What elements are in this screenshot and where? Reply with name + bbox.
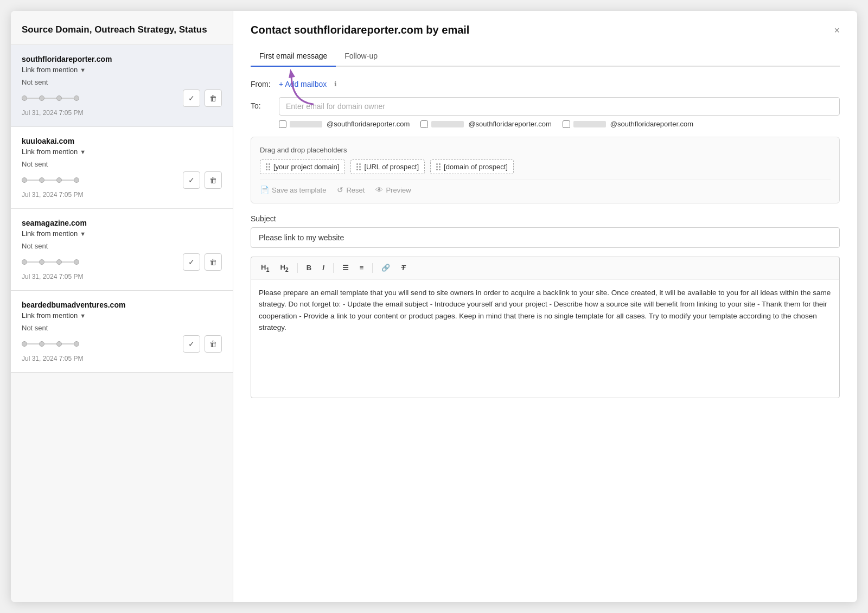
editor-clear-button[interactable]: T — [397, 262, 410, 273]
domain-name-3: beardedbumadventures.com — [22, 301, 222, 309]
email-checkbox-input-2[interactable] — [420, 120, 428, 128]
chevron-icon-1: ▼ — [80, 149, 86, 155]
preview-button[interactable]: 👁 Preview — [375, 186, 411, 194]
editor-h1-button[interactable]: H1 — [257, 261, 273, 274]
dot-3-3 — [56, 341, 62, 347]
left-panel-header: Source Domain, Outreach Strategy, Status — [11, 11, 233, 45]
left-panel-title: Source Domain, Outreach Strategy, Status — [22, 24, 222, 36]
from-label: From: — [251, 80, 272, 88]
line-1-1 — [27, 180, 39, 181]
line-2-0 — [44, 98, 56, 99]
line-1-3 — [27, 343, 39, 344]
placeholder-domain-prospect[interactable]: [domain of prospect] — [430, 159, 514, 174]
close-button[interactable]: × — [834, 25, 840, 35]
email-checkbox-input-1[interactable] — [279, 120, 286, 128]
dot-1-1 — [22, 177, 27, 183]
placeholder-project-domain[interactable]: [your project domain] — [260, 159, 345, 174]
progress-dots-1 — [22, 177, 79, 183]
date-label-0: Jul 31, 2024 7:05 PM — [22, 109, 222, 117]
editor-bold-button[interactable]: B — [302, 262, 316, 273]
email-input[interactable] — [279, 97, 840, 116]
check-button-0[interactable]: ✓ — [183, 90, 200, 107]
line-2-3 — [44, 343, 56, 344]
date-label-1: Jul 31, 2024 7:05 PM — [22, 191, 222, 199]
tab-bar: First email message Follow-up — [251, 47, 840, 67]
placeholder-url-prospect[interactable]: [URL of prospect] — [350, 159, 425, 174]
dot-2-3 — [39, 341, 44, 347]
delete-button-3[interactable]: 🗑 — [205, 335, 222, 353]
from-row: From: + Add mailbox ℹ — [251, 80, 840, 88]
line-3-3 — [62, 343, 74, 344]
email-domain-1: @southfloridareporter.com — [327, 120, 410, 128]
check-button-2[interactable]: ✓ — [183, 253, 200, 271]
editor-italic-button[interactable]: I — [318, 262, 329, 273]
drag-handle-3 — [436, 163, 441, 170]
placeholder-tags: [your project domain] [URL of prospect] … — [260, 159, 831, 174]
check-button-3[interactable]: ✓ — [183, 335, 200, 353]
link-type-0[interactable]: Link from mention ▼ — [22, 66, 222, 74]
domain-item-2: seamagazine.com Link from mention ▼ Not … — [11, 209, 233, 291]
domain-name-2: seamagazine.com — [22, 219, 222, 227]
info-icon: ℹ — [334, 80, 337, 88]
reset-button[interactable]: ↺ Reset — [337, 186, 365, 194]
placeholder-toolbar: 📄 Save as template ↺ Reset 👁 Preview — [260, 180, 831, 194]
line-1-2 — [27, 261, 39, 263]
dot-3-2 — [56, 259, 62, 265]
drag-handle-2 — [356, 163, 361, 170]
editor-ol-button[interactable]: ≡ — [355, 262, 368, 273]
email-domain-2: @southfloridareporter.com — [468, 120, 551, 128]
editor-link-button[interactable]: 🔗 — [377, 262, 394, 273]
dot-2-0 — [39, 95, 44, 101]
tab-follow-up[interactable]: Follow-up — [336, 47, 386, 67]
link-type-3[interactable]: Link from mention ▼ — [22, 311, 222, 320]
progress-dots-0 — [22, 95, 79, 101]
email-checkboxes: @southfloridareporter.com @southfloridar… — [279, 120, 840, 128]
dialog-header: Contact southfloridareporter.com by emai… — [251, 24, 840, 36]
editor-h2-button[interactable]: H2 — [276, 261, 292, 274]
domain-item-0: southfloridareporter.com Link from menti… — [11, 45, 233, 127]
chevron-icon-2: ▼ — [80, 231, 86, 237]
action-buttons-3: ✓ 🗑 — [183, 335, 222, 353]
dot-2-2 — [39, 259, 44, 265]
check-button-1[interactable]: ✓ — [183, 171, 200, 189]
purple-arrow-icon — [280, 69, 324, 107]
subject-input[interactable] — [251, 227, 840, 248]
email-domain-3: @southfloridareporter.com — [610, 120, 693, 128]
editor-divider-1 — [297, 263, 298, 273]
right-panel: Contact southfloridareporter.com by emai… — [233, 11, 857, 602]
action-buttons-0: ✓ 🗑 — [183, 90, 222, 107]
delete-button-0[interactable]: 🗑 — [205, 90, 222, 107]
editor-body[interactable]: Please prepare an email template that yo… — [251, 279, 840, 398]
email-checkbox-2[interactable]: @southfloridareporter.com — [420, 120, 551, 128]
to-inputs: @southfloridareporter.com @southfloridar… — [279, 97, 840, 128]
domain-name-1: kuuloakai.com — [22, 137, 222, 145]
editor-ul-button[interactable]: ☰ — [338, 262, 353, 273]
subject-label: Subject — [251, 214, 840, 223]
dot-2-1 — [39, 177, 44, 183]
delete-button-1[interactable]: 🗑 — [205, 171, 222, 189]
dialog-title: Contact southfloridareporter.com by emai… — [251, 24, 469, 36]
tab-first-email[interactable]: First email message — [251, 47, 336, 67]
link-type-2[interactable]: Link from mention ▼ — [22, 229, 222, 238]
email-checkbox-input-3[interactable] — [563, 120, 570, 128]
drag-handle-1 — [266, 163, 270, 170]
dot-4-3 — [74, 341, 79, 347]
date-label-3: Jul 31, 2024 7:05 PM — [22, 355, 222, 362]
link-type-1[interactable]: Link from mention ▼ — [22, 148, 222, 156]
preview-icon: 👁 — [375, 186, 383, 194]
action-buttons-2: ✓ 🗑 — [183, 253, 222, 271]
save-template-button[interactable]: 📄 Save as template — [260, 186, 326, 194]
delete-button-2[interactable]: 🗑 — [205, 253, 222, 271]
email-checkbox-3[interactable]: @southfloridareporter.com — [563, 120, 693, 128]
editor-divider-2 — [333, 263, 334, 273]
email-blur-3 — [573, 121, 606, 127]
placeholders-title: Drag and drop placeholders — [260, 146, 831, 154]
line-3-2 — [62, 261, 74, 263]
action-buttons-1: ✓ 🗑 — [183, 171, 222, 189]
email-blur-2 — [431, 121, 464, 127]
dot-4-1 — [74, 177, 79, 183]
dot-3-0 — [56, 95, 62, 101]
email-checkbox-1[interactable]: @southfloridareporter.com — [279, 120, 410, 128]
line-3-0 — [62, 98, 74, 99]
line-3-1 — [62, 180, 74, 181]
